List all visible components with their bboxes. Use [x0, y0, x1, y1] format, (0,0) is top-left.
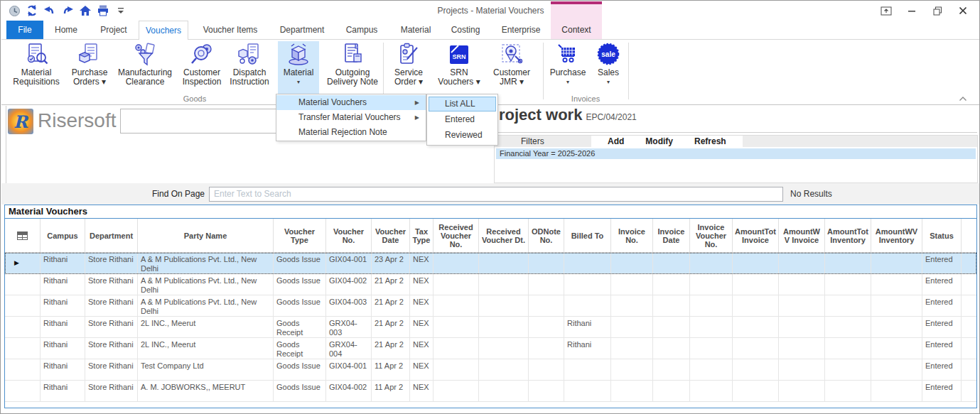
table-row[interactable]: RithaniStore Rithani2L INC., MeerutGoods… [5, 317, 976, 338]
table-row[interactable]: RithaniStore RithaniA. M. JOBWORKS,, MEE… [5, 381, 976, 402]
ribbon-button-dispatch-instruction[interactable]: Dispatch Instruction [226, 41, 273, 95]
table-cell[interactable]: A & M Publications Pvt. Ltd., New Delhi [138, 295, 274, 316]
table-cell[interactable]: Rithani [41, 359, 85, 380]
table-cell[interactable]: NEX [410, 295, 434, 316]
table-cell[interactable] [434, 317, 479, 337]
table-cell[interactable]: Rithani [41, 317, 85, 337]
table-cell[interactable]: 21 Apr 2 [372, 338, 410, 359]
table-cell[interactable] [479, 274, 529, 295]
redo-icon[interactable] [61, 4, 74, 17]
table-cell[interactable]: GIX04-003 [326, 295, 372, 316]
column-header[interactable]: Tax Type [410, 219, 434, 252]
customize-quick-access-icon[interactable] [114, 4, 127, 17]
tab-campus[interactable]: Campus [332, 21, 392, 39]
collapse-ribbon-icon[interactable] [959, 96, 967, 103]
table-cell[interactable]: Rithani [41, 295, 85, 316]
row-selector-cell[interactable] [5, 359, 41, 380]
table-cell[interactable] [611, 274, 653, 295]
table-cell[interactable] [529, 359, 564, 380]
table-cell[interactable]: Rithani [41, 338, 85, 359]
table-cell[interactable]: GRX04-003 [326, 317, 372, 337]
table-cell[interactable] [690, 253, 733, 273]
table-cell[interactable]: NEX [410, 317, 434, 337]
ribbon-button-customer-inspection[interactable]: Customer Inspection [179, 41, 225, 95]
table-cell[interactable]: GIX04-002 [326, 274, 372, 295]
table-cell[interactable] [653, 274, 690, 295]
column-header[interactable]: Invoice No. [611, 219, 653, 252]
table-cell[interactable] [690, 381, 733, 401]
table-cell[interactable]: 2L INC., Meerut [138, 317, 274, 337]
menu-item-transfer-material-vouchers[interactable]: Transfer Material Vouchers ▶ [276, 110, 426, 125]
column-header[interactable]: Voucher Type [274, 219, 326, 252]
table-cell[interactable] [434, 274, 479, 295]
column-header[interactable]: Voucher No. [326, 219, 372, 252]
ribbon-button-sales-invoice[interactable]: sale Sales ▾ [591, 41, 625, 95]
table-cell[interactable] [779, 274, 825, 295]
table-cell[interactable] [479, 295, 529, 316]
table-cell[interactable]: GIX04-002 [326, 381, 372, 401]
table-cell[interactable] [611, 317, 653, 337]
refresh-filter-button[interactable]: Refresh [684, 136, 737, 147]
table-cell[interactable] [653, 317, 690, 337]
table-cell[interactable] [434, 381, 479, 401]
table-cell[interactable]: Entered [922, 359, 962, 380]
table-cell[interactable] [653, 295, 690, 316]
row-selector-cell[interactable] [5, 295, 41, 316]
table-cell[interactable]: A & M Publications Pvt. Ltd., New Delhi [138, 253, 274, 273]
row-selector-cell[interactable] [5, 317, 41, 337]
table-cell[interactable]: NEX [410, 381, 434, 401]
table-cell[interactable]: Entered [922, 317, 962, 337]
column-header[interactable]: ODNote No. [529, 219, 564, 252]
table-cell[interactable] [871, 253, 922, 273]
table-cell[interactable] [871, 359, 922, 380]
table-cell[interactable]: 21 Apr 2 [372, 317, 410, 337]
table-cell[interactable]: Goods Issue [274, 295, 326, 316]
table-cell[interactable]: Goods Issue [274, 381, 326, 401]
print-icon[interactable] [97, 4, 109, 17]
table-cell[interactable]: Goods Receipt [274, 317, 326, 337]
table-cell[interactable] [779, 295, 825, 316]
column-header[interactable]: Received Voucher No. [434, 219, 479, 252]
table-row[interactable]: RithaniStore RithaniTest Company LtdGood… [5, 359, 976, 381]
table-cell[interactable]: 11 Apr 2 [372, 359, 410, 380]
table-cell[interactable] [779, 317, 825, 337]
tab-department[interactable]: Department [272, 21, 332, 39]
table-cell[interactable] [690, 338, 733, 359]
table-cell[interactable]: NEX [410, 338, 434, 359]
table-cell[interactable] [564, 359, 611, 380]
refresh-icon[interactable] [26, 4, 38, 17]
column-header[interactable]: Party Name [138, 219, 274, 252]
table-cell[interactable] [825, 338, 871, 359]
table-cell[interactable]: Goods Issue [274, 274, 326, 295]
ribbon-button-material-requisitions[interactable]: Material Requisitions [6, 41, 67, 95]
find-on-page-input[interactable] [209, 187, 783, 202]
tab-material[interactable]: Material [392, 21, 440, 39]
row-selector-cell[interactable] [5, 381, 41, 401]
table-cell[interactable]: Goods Issue [274, 359, 326, 380]
table-cell[interactable]: 21 Apr 2 [372, 274, 410, 295]
table-cell[interactable] [825, 359, 871, 380]
table-cell[interactable]: Store Rithani [85, 359, 138, 380]
table-cell[interactable] [529, 295, 564, 316]
table-cell[interactable] [611, 295, 653, 316]
table-cell[interactable] [779, 359, 825, 380]
table-cell[interactable]: Rithani [41, 253, 85, 273]
table-cell[interactable] [564, 253, 611, 273]
table-cell[interactable] [529, 381, 564, 401]
add-filter-button[interactable]: Add [597, 136, 635, 147]
table-cell[interactable] [825, 253, 871, 273]
table-cell[interactable] [653, 381, 690, 401]
table-cell[interactable]: GIX04-001 [326, 359, 372, 380]
tab-voucher-items[interactable]: Voucher Items [188, 21, 272, 39]
ribbon-button-srn-vouchers[interactable]: SRN SRN Vouchers ▾ [434, 41, 485, 95]
table-cell[interactable] [871, 295, 922, 316]
table-cell[interactable] [434, 295, 479, 316]
ribbon-button-outgoing-delivery-note[interactable]: Outgoing Delivery Note [321, 41, 384, 95]
table-cell[interactable]: NEX [410, 253, 434, 273]
column-header[interactable]: Voucher Date [372, 219, 410, 252]
row-selector-cell[interactable]: ▶ [5, 253, 41, 273]
tab-enterprise[interactable]: Enterprise [491, 21, 551, 39]
table-cell[interactable]: Test Company Ltd [138, 359, 274, 380]
table-cell[interactable] [690, 359, 733, 380]
table-cell[interactable] [529, 317, 564, 337]
